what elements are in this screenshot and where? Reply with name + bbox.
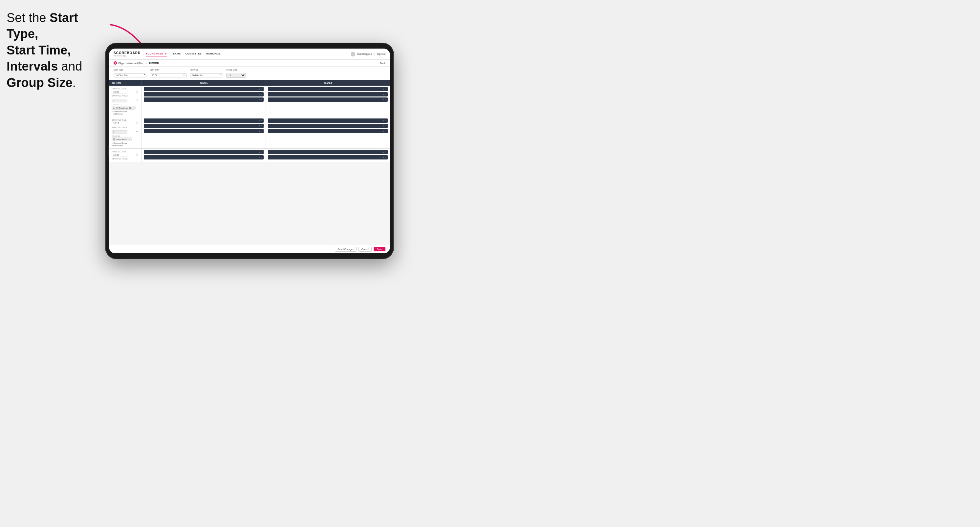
slot-x-6-1[interactable]: ✕ <box>382 151 384 153</box>
slot-o-3-3[interactable]: ○ <box>261 130 262 132</box>
slot-x-3-3[interactable]: ✕ <box>258 130 260 132</box>
slot-o-1-1[interactable]: ○ <box>261 88 262 90</box>
slot-x-6-2[interactable]: ✕ <box>382 156 384 159</box>
nav-committee[interactable]: COMMITTEE <box>186 51 202 56</box>
starting-hole-label-3: STARTING HOLE: <box>111 158 139 160</box>
slot-x-1-2[interactable]: ✕ <box>258 93 260 95</box>
slot-o-6-1[interactable]: ○ <box>385 151 387 153</box>
player-slot-4-1: ✕ ○ <box>268 119 388 123</box>
course-icon-2: 🏢 <box>113 138 115 140</box>
course-label-1: COURSE: <box>111 104 139 106</box>
logo-text: SCOREBOARD <box>114 51 140 55</box>
hole-select-2[interactable]: 1 <box>111 130 127 134</box>
course-remove-1[interactable]: ✕ <box>133 106 134 109</box>
slot-x-4-1[interactable]: ✕ <box>382 119 384 122</box>
slot-x-5-1[interactable]: ✕ <box>258 151 260 153</box>
slot-o-3-2[interactable]: ○ <box>261 125 262 127</box>
course-tag-1: (A) Peachtree GC ✕ <box>111 106 135 110</box>
tournament-icon: C <box>114 61 117 65</box>
group-row-1: STARTING TIME: 🕐 STARTING HOLE: 1 COURSE… <box>109 86 390 117</box>
table-header-row: Tee Time Team 1 Team 2 <box>109 80 390 86</box>
nav-right: blair@clippd.io | Sign out <box>351 52 385 56</box>
slot-actions-2-1: ✕ ○ <box>382 88 387 90</box>
slot-actions-4-1: ✕ ○ <box>382 119 387 122</box>
cancel-button[interactable]: Cancel <box>358 247 372 252</box>
back-button[interactable]: ‹ Back <box>379 62 385 65</box>
start-time-input-wrap: 🕐 <box>150 71 187 78</box>
slot-actions-4-3: ✕ ○ <box>382 130 387 132</box>
time-input-wrap-3: 🕐 <box>111 152 139 157</box>
slot-actions-1-2: ✕ ○ <box>258 93 262 95</box>
slot-o-4-1[interactable]: ○ <box>385 119 387 122</box>
player-slot-5-1: ✕ ○ <box>144 150 264 154</box>
player-slot-1-1: ✕ ○ <box>144 87 264 91</box>
slot-o-3-1[interactable]: ○ <box>261 119 262 122</box>
hole-select-wrap-2: 1 <box>111 128 139 134</box>
slot-o-4-2[interactable]: ○ <box>385 125 387 127</box>
player-slot-4-3: ✕ ○ <box>268 129 388 133</box>
slot-o-5-1[interactable]: ○ <box>261 151 262 153</box>
remove-group-2[interactable]: ○ Remove Group <box>111 142 139 144</box>
slot-x-2-3[interactable]: ✕ <box>382 98 384 101</box>
course-name-2: East Lake GC <box>116 138 128 140</box>
add-group-2[interactable]: + Add Group <box>111 144 139 146</box>
starting-time-input-1[interactable] <box>111 90 127 94</box>
course-label-2: COURSE: <box>111 135 139 137</box>
player-slot-2-1: ✕ ○ <box>268 87 388 91</box>
slot-o-2-3[interactable]: ○ <box>385 98 387 101</box>
group-actions-1: ○ Remove Group + Add Group <box>111 111 139 115</box>
player-slot-3-3: ✕ ○ <box>144 129 264 133</box>
slot-actions-3-2: ✕ ○ <box>258 125 262 127</box>
slot-o-4-3[interactable]: ○ <box>385 130 387 132</box>
intervals-select-wrap: 10 Minutes 8 Minutes 12 Minutes <box>190 71 223 78</box>
sign-out-link[interactable]: Sign out <box>377 53 385 55</box>
slot-o-5-2[interactable]: ○ <box>261 156 262 159</box>
player-slot-1-3: ✕ ○ <box>144 97 264 102</box>
start-time-label: Start Time <box>150 68 187 71</box>
reset-changes-button[interactable]: Reset Changes <box>335 247 356 252</box>
slot-o-2-1[interactable]: ○ <box>385 88 387 90</box>
remove-icon-1: ○ <box>111 111 113 113</box>
slot-x-3-2[interactable]: ✕ <box>258 125 260 127</box>
breadcrumb-sep: > <box>146 62 147 65</box>
tee-clock-icon-2: 🕐 <box>135 122 138 124</box>
start-type-select[interactable]: 1st Tee Start Shotgun Start <box>114 73 146 78</box>
slot-x-4-3[interactable]: ✕ <box>382 130 384 132</box>
player-slot-1-2: ✕ ○ <box>144 92 264 97</box>
course-remove-2[interactable]: ✕ <box>129 138 130 140</box>
group-size-select[interactable]: 3 2 4 <box>226 73 246 78</box>
add-group-1[interactable]: + Add Group <box>111 113 139 115</box>
user-email: blair@clippd.io <box>357 53 372 55</box>
start-time-group: Start Time 🕐 <box>150 68 187 78</box>
nav-rankings[interactable]: RANKINGS <box>206 51 221 56</box>
slot-x-3-1[interactable]: ✕ <box>258 119 260 122</box>
slot-o-1-2[interactable]: ○ <box>261 93 262 95</box>
nav-tournaments[interactable]: TOURNAMENTS <box>146 51 167 56</box>
group-size-label: Group Size <box>226 68 246 71</box>
remove-group-1[interactable]: ○ Remove Group <box>111 111 139 113</box>
slot-o-6-2[interactable]: ○ <box>385 156 387 159</box>
th-tee-time: Tee Time <box>109 80 142 86</box>
intervals-select[interactable]: 10 Minutes 8 Minutes 12 Minutes <box>190 73 223 78</box>
slot-x-5-2[interactable]: ✕ <box>258 156 260 159</box>
intervals-group: Intervals 10 Minutes 8 Minutes 12 Minute… <box>190 68 223 78</box>
player-slot-4-2: ✕ ○ <box>268 124 388 128</box>
slot-x-2-1[interactable]: ✕ <box>382 88 384 90</box>
course-icon-1 <box>113 106 115 109</box>
intervals-label: Intervals <box>190 68 223 71</box>
slot-x-1-3[interactable]: ✕ <box>258 98 260 101</box>
slot-x-1-1[interactable]: ✕ <box>258 88 260 90</box>
team2-cell-1: ✕ ○ ✕ ○ ✕ ○ <box>266 86 390 117</box>
start-time-input[interactable] <box>150 73 187 78</box>
slot-x-4-2[interactable]: ✕ <box>382 125 384 127</box>
starting-time-input-3[interactable] <box>111 152 127 157</box>
hole-select-1[interactable]: 1 <box>111 99 127 102</box>
nav-teams[interactable]: TEAMS <box>171 51 181 56</box>
slot-o-1-3[interactable]: ○ <box>261 98 262 101</box>
slot-x-2-2[interactable]: ✕ <box>382 93 384 95</box>
save-button[interactable]: Save <box>374 247 385 251</box>
slot-o-2-2[interactable]: ○ <box>385 93 387 95</box>
slot-actions-6-1: ✕ ○ <box>382 151 387 153</box>
starting-time-input-2[interactable] <box>111 121 127 125</box>
footer-bar: Reset Changes Cancel Save <box>109 245 390 253</box>
